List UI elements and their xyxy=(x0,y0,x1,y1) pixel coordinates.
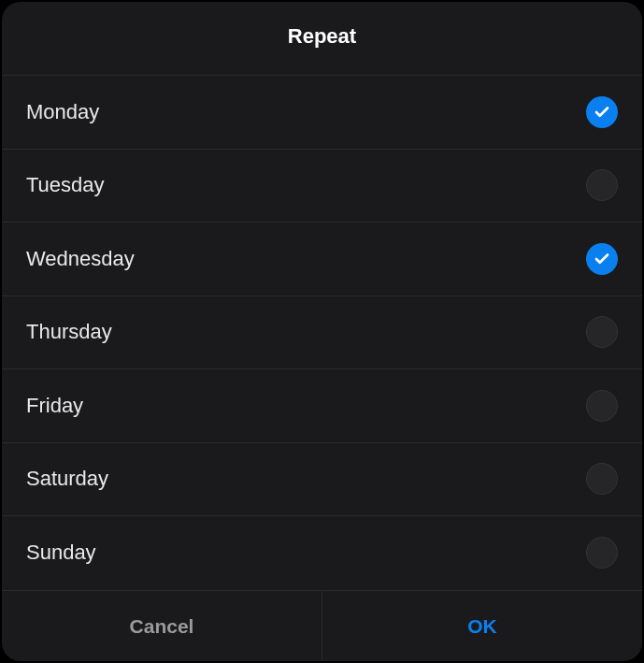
day-row-saturday[interactable]: Saturday xyxy=(2,443,642,517)
repeat-dialog: Repeat Monday Tuesday Wednesday Thursday… xyxy=(2,2,642,661)
day-label: Friday xyxy=(26,394,83,418)
day-label: Tuesday xyxy=(26,173,105,197)
unchecked-circle-icon xyxy=(586,316,618,348)
day-label: Thursday xyxy=(26,320,112,344)
day-row-tuesday[interactable]: Tuesday xyxy=(2,150,642,223)
unchecked-circle-icon xyxy=(586,463,618,495)
checkmark-icon xyxy=(586,243,618,275)
day-label: Monday xyxy=(26,100,99,124)
day-row-monday[interactable]: Monday xyxy=(2,76,642,150)
day-list: Monday Tuesday Wednesday Thursday Friday… xyxy=(2,76,642,590)
day-label: Wednesday xyxy=(26,247,135,271)
day-row-wednesday[interactable]: Wednesday xyxy=(2,223,642,296)
day-label: Sunday xyxy=(26,540,96,565)
day-label: Saturday xyxy=(26,467,108,491)
unchecked-circle-icon xyxy=(586,169,618,201)
day-row-friday[interactable]: Friday xyxy=(2,369,642,443)
dialog-footer: Cancel OK xyxy=(2,590,642,661)
cancel-button[interactable]: Cancel xyxy=(2,591,322,661)
unchecked-circle-icon xyxy=(586,390,618,422)
day-row-sunday[interactable]: Sunday xyxy=(2,516,642,590)
dialog-header: Repeat xyxy=(2,2,642,76)
unchecked-circle-icon xyxy=(586,537,618,569)
checkmark-icon xyxy=(586,96,618,128)
ok-button[interactable]: OK xyxy=(322,591,642,661)
day-row-thursday[interactable]: Thursday xyxy=(2,296,642,370)
dialog-title: Repeat xyxy=(2,24,642,49)
